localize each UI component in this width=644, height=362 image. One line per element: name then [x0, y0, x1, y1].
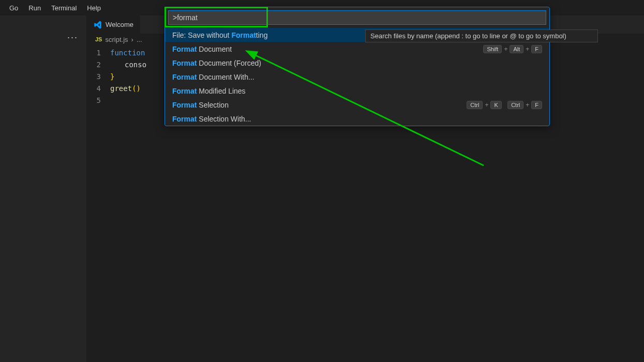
- chevron-right-icon: ›: [131, 36, 133, 43]
- code-lines: function conso } greet(): [110, 47, 146, 107]
- command-label: Format Document: [172, 45, 232, 53]
- line-gutter: 1 2 3 4 5: [87, 47, 110, 107]
- menu-run[interactable]: Run: [23, 2, 46, 14]
- command-palette-input-row: [165, 7, 549, 28]
- token: function: [110, 49, 145, 57]
- menu-help[interactable]: Help: [82, 2, 106, 14]
- menu-terminal[interactable]: Terminal: [46, 2, 82, 14]
- command-label: File: Save without Formatting: [172, 31, 267, 39]
- command-palette-item[interactable]: Format SelectionCtrl+K Ctrl+F: [165, 98, 549, 112]
- vscode-icon: [93, 20, 102, 29]
- explorer-sidebar: ···: [0, 16, 87, 362]
- breadcrumb-file: script.js: [105, 36, 128, 43]
- line-number: 3: [87, 71, 101, 83]
- command-palette-list: File: Save without FormattingFormat Docu…: [165, 28, 549, 126]
- command-palette-input[interactable]: [168, 10, 546, 25]
- command-label: Format Document (Forced): [172, 59, 261, 67]
- command-palette-item[interactable]: Format Document With...: [165, 70, 549, 84]
- command-palette-item[interactable]: Format Document (Forced): [165, 56, 549, 70]
- command-label: Format Document With...: [172, 73, 254, 81]
- keybinding: Ctrl+K Ctrl+F: [467, 101, 542, 109]
- token: (): [132, 84, 141, 93]
- command-label: Format Selection: [172, 101, 229, 109]
- tab-welcome[interactable]: Welcome: [87, 16, 140, 34]
- command-label: Format Modified Lines: [172, 87, 246, 95]
- keybinding: Shift+Alt+F: [483, 45, 542, 53]
- line-number: 5: [87, 95, 101, 107]
- token: greet: [110, 84, 132, 93]
- token: }: [110, 72, 114, 81]
- command-palette: File: Save without FormattingFormat Docu…: [164, 7, 550, 126]
- line-number: 4: [87, 83, 101, 95]
- command-palette-hint-tooltip: Search files by name (append : to go to …: [365, 29, 598, 42]
- tab-label: Welcome: [106, 21, 133, 28]
- breadcrumb-more: ...: [137, 36, 142, 43]
- token: conso: [125, 61, 146, 69]
- command-palette-item[interactable]: Format DocumentShift+Alt+F: [165, 42, 549, 56]
- more-icon[interactable]: ···: [67, 32, 78, 43]
- command-palette-item[interactable]: Format Selection With...: [165, 112, 549, 126]
- menu-go[interactable]: Go: [4, 2, 23, 14]
- line-number: 2: [87, 59, 101, 71]
- command-label: Format Selection With...: [172, 115, 251, 123]
- command-palette-item[interactable]: Format Modified Lines: [165, 84, 549, 98]
- line-number: 1: [87, 47, 101, 59]
- js-icon: JS: [95, 36, 102, 42]
